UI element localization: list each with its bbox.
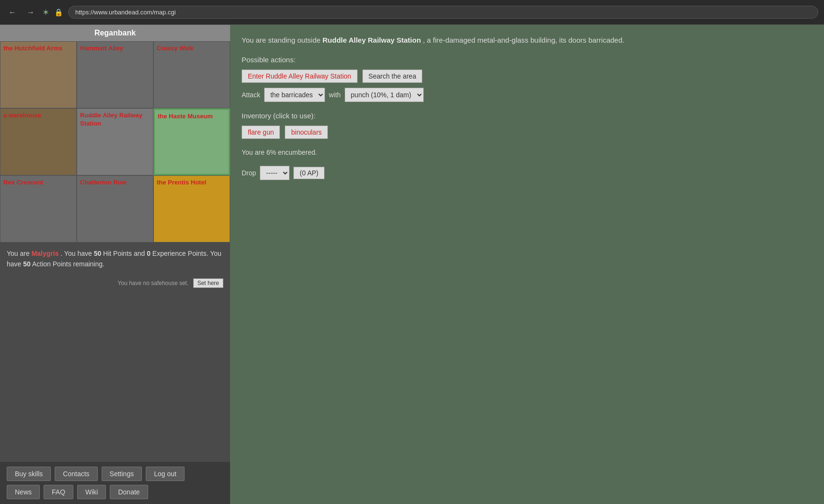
- map-cell-hutch[interactable]: the Hutchfield Arms: [0, 41, 77, 108]
- nav-row-1: Buy skills Contacts Settings Log out: [7, 467, 223, 481]
- forward-button[interactable]: →: [24, 6, 37, 19]
- location-name: Ruddle Alley Railway Station: [323, 36, 421, 44]
- inventory-row: flare gun binoculars: [242, 126, 812, 139]
- map-cell-creasy[interactable]: Creasy Walk: [153, 41, 230, 108]
- main-layout: Reganbank the Hutchfield Arms Hammatt Al…: [0, 25, 824, 504]
- player-hp: 50: [94, 250, 102, 257]
- player-desc3: Hit Points and: [103, 250, 147, 257]
- inventory-binoculars[interactable]: binoculars: [285, 126, 328, 139]
- drop-row: Drop ----- (0 AP): [242, 166, 812, 180]
- cell-label-hammatt: Hammatt Alley: [80, 45, 123, 53]
- right-panel: You are standing outside Ruddle Alley Ra…: [230, 25, 824, 504]
- nav-row-2: News FAQ Wiki Donate: [7, 485, 223, 499]
- settings-button[interactable]: Settings: [102, 467, 142, 481]
- map-cell-warehouse[interactable]: a warehouse: [0, 108, 77, 175]
- with-label: with: [329, 91, 341, 99]
- lock-icon: 🔒: [54, 8, 63, 17]
- map-grid: the Hutchfield Arms Hammatt Alley Creasy…: [0, 41, 230, 242]
- encumbered-text: You are 6% encumbered.: [242, 149, 812, 156]
- buy-skills-button[interactable]: Buy skills: [7, 467, 51, 481]
- url-bar[interactable]: [68, 6, 818, 19]
- left-panel: Reganbank the Hutchfield Arms Hammatt Al…: [0, 25, 230, 504]
- cell-label-ruddle: Ruddle Alley Railway Station: [80, 112, 150, 128]
- map-cell-prentis[interactable]: the Prentis Hotel: [153, 175, 230, 242]
- wiki-button[interactable]: Wiki: [77, 485, 106, 499]
- faq-button[interactable]: FAQ: [44, 485, 73, 499]
- cell-label-creasy: Creasy Walk: [157, 45, 194, 53]
- attack-weapon-select[interactable]: punch (10%, 1 dam): [345, 88, 424, 102]
- browser-chrome: ← → ✶ 🔒: [0, 0, 824, 25]
- cell-label-prentis: the Prentis Hotel: [157, 179, 206, 187]
- drop-label: Drop: [242, 169, 256, 177]
- donate-button[interactable]: Donate: [110, 485, 148, 499]
- inventory-flare-gun[interactable]: flare gun: [242, 126, 280, 139]
- cell-label-hutch: the Hutchfield Arms: [3, 45, 62, 53]
- inventory-title: Inventory (click to use):: [242, 112, 812, 120]
- cell-label-chatterton: Chatterton Row: [80, 179, 127, 187]
- player-name: Malygris: [32, 250, 59, 257]
- location-description: You are standing outside Ruddle Alley Ra…: [242, 34, 812, 46]
- map-cell-hammatt[interactable]: Hammatt Alley: [77, 41, 153, 108]
- map-cell-chatterton[interactable]: Chatterton Row: [77, 175, 153, 242]
- location-pre: You are standing outside: [242, 36, 323, 44]
- drop-ap-badge: (0 AP): [293, 167, 325, 179]
- attack-row: Attack the barricades with punch (10%, 1…: [242, 88, 812, 102]
- player-desc5: Action Points remaining.: [32, 260, 104, 268]
- cell-label-haste: the Haste Museum: [158, 113, 213, 121]
- back-button[interactable]: ←: [6, 6, 19, 19]
- map-title: Reganbank: [0, 25, 230, 41]
- map-cell-haste[interactable]: the Haste Museum: [153, 108, 230, 175]
- player-desc-pre: You are: [7, 250, 32, 257]
- map-cell-ruddle[interactable]: Ruddle Alley Railway Station: [77, 108, 153, 175]
- player-ap: 50: [23, 260, 31, 268]
- cell-label-rex: Rex Crescent: [3, 179, 43, 187]
- drop-select[interactable]: -----: [260, 166, 290, 180]
- safehouse-row: You have no safehouse set. Set here: [0, 275, 230, 293]
- possible-actions-title: Possible actions:: [242, 56, 812, 64]
- player-desc2: . You have: [60, 250, 93, 257]
- contacts-button[interactable]: Contacts: [55, 467, 97, 481]
- safehouse-text: You have no safehouse set.: [118, 280, 189, 286]
- attack-label: Attack: [242, 91, 260, 99]
- map-cell-rex[interactable]: Rex Crescent: [0, 175, 77, 242]
- actions-row: Enter Ruddle Alley Railway Station Searc…: [242, 69, 812, 83]
- shield-icon: ✶: [42, 7, 49, 18]
- player-xp: 0: [147, 250, 151, 257]
- cell-label-warehouse: a warehouse: [3, 112, 41, 120]
- set-here-button[interactable]: Set here: [193, 278, 223, 288]
- player-info: You are Malygris . You have 50 Hit Point…: [0, 242, 230, 275]
- location-post: , a fire-damaged metal-and-glass buildin…: [423, 36, 624, 44]
- news-button[interactable]: News: [7, 485, 40, 499]
- enter-station-button[interactable]: Enter Ruddle Alley Railway Station: [242, 69, 358, 83]
- bottom-nav: Buy skills Contacts Settings Log out New…: [0, 462, 230, 504]
- search-area-button[interactable]: Search the area: [362, 69, 423, 83]
- attack-target-select[interactable]: the barricades: [264, 88, 325, 102]
- logout-button[interactable]: Log out: [146, 467, 185, 481]
